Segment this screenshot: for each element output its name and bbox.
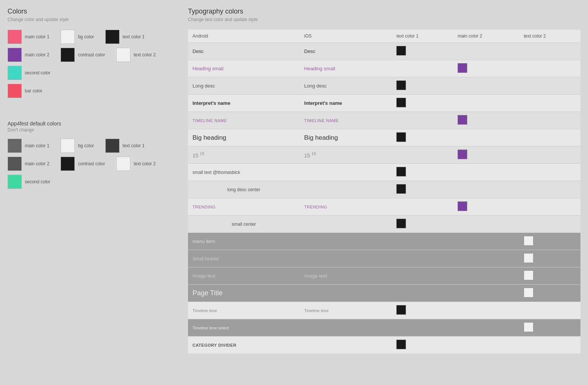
tc1-cell	[392, 60, 453, 77]
default-subtitle: Don't change	[8, 127, 180, 133]
page-layout: Colors Change color and update style mai…	[0, 0, 588, 385]
color-box[interactable]	[396, 340, 406, 349]
color-box[interactable]	[396, 98, 406, 107]
typography-table: Android iOS text color 1 main color 2 te…	[188, 30, 580, 353]
mc2-cell	[453, 285, 519, 302]
android-cell: Timeline time select	[188, 319, 300, 337]
table-row: long desc center	[188, 181, 580, 198]
color-box[interactable]	[458, 63, 467, 73]
color-box[interactable]	[396, 167, 406, 177]
contrast-color-swatch[interactable]	[61, 48, 75, 62]
color-box[interactable]	[396, 46, 406, 56]
tc1-cell	[392, 285, 453, 302]
android-cell: Small header	[188, 250, 300, 267]
table-row: Big heading Big heading	[188, 129, 580, 146]
tc2-cell	[519, 60, 580, 77]
table-row: menu item	[188, 233, 580, 250]
tc1-cell	[392, 164, 453, 181]
tc2-cell	[519, 198, 580, 216]
color-box[interactable]	[396, 80, 406, 90]
table-row: Interpret's name Interpret's name	[188, 95, 580, 112]
mc2-cell	[453, 302, 519, 319]
color-row-2: main color 2 contrast color text color 2	[8, 48, 180, 62]
table-row: Image text Image text	[188, 267, 580, 285]
android-cell: small center	[188, 216, 300, 233]
text-color-2-swatch[interactable]	[116, 48, 130, 62]
color-box[interactable]	[396, 305, 406, 315]
default-text-color-1-swatch[interactable]	[105, 139, 120, 153]
tc1-cell	[392, 233, 453, 250]
mc2-cell	[453, 77, 519, 95]
bar-color-swatch[interactable]	[8, 84, 22, 98]
main-color-2-swatch[interactable]	[8, 48, 22, 62]
default-color-row-3: second color	[8, 175, 180, 189]
mc2-cell	[453, 95, 519, 112]
default-main-color-1-label: main color 1	[25, 143, 49, 148]
tc2-cell	[519, 216, 580, 233]
android-cell: Long desc	[188, 77, 300, 95]
default-text-color-2-swatch[interactable]	[116, 157, 130, 171]
mc2-cell	[453, 60, 519, 77]
default-bg-color-swatch[interactable]	[61, 139, 75, 153]
default-main-color-1-swatch[interactable]	[8, 139, 22, 153]
color-box[interactable]	[458, 201, 467, 211]
colors-subtitle: Change color and update style	[8, 17, 180, 22]
default-contrast-color-label: contrast color	[78, 161, 105, 166]
bg-color-swatch[interactable]	[61, 30, 75, 44]
tc2-cell	[519, 233, 580, 250]
colors-section: main color 1 bg color text color 1 main …	[8, 30, 180, 98]
th-main-color-2: main color 2	[453, 30, 519, 43]
android-cell: 15 15	[188, 146, 300, 164]
tc1-cell	[392, 43, 453, 60]
color-box[interactable]	[524, 253, 533, 263]
tc2-cell	[519, 129, 580, 146]
color-box[interactable]	[524, 288, 533, 297]
default-bg-color-label: bg color	[78, 143, 94, 148]
table-row: Page Title	[188, 285, 580, 302]
color-box[interactable]	[458, 115, 467, 125]
second-color-swatch[interactable]	[8, 66, 22, 80]
table-row: small text @thomasblck	[188, 164, 580, 181]
default-main-color-2-swatch[interactable]	[8, 157, 22, 171]
android-cell: Interpret's name	[188, 95, 300, 112]
th-android: Android	[188, 30, 300, 43]
android-cell: TRENDING	[188, 198, 300, 216]
bg-color-label: bg color	[78, 34, 94, 39]
color-box[interactable]	[396, 184, 406, 194]
table-row: TRENDING TRENDING	[188, 198, 580, 216]
color-box[interactable]	[524, 270, 533, 280]
main-color-2-item: main color 2	[8, 48, 49, 62]
default-second-color-item: second color	[8, 175, 50, 189]
ios-cell	[300, 164, 392, 181]
tc1-cell	[392, 319, 453, 337]
android-cell: Image text	[188, 267, 300, 285]
default-second-color-swatch[interactable]	[8, 175, 22, 189]
tc2-cell	[519, 112, 580, 129]
default-second-color-label: second color	[25, 179, 50, 184]
th-ios: iOS	[300, 30, 392, 43]
ios-cell: Interpret's name	[300, 95, 392, 112]
bg-color-item: bg color	[61, 30, 94, 44]
default-contrast-color-swatch[interactable]	[61, 157, 75, 171]
table-row: Small header	[188, 250, 580, 267]
text-color-1-swatch[interactable]	[105, 30, 120, 44]
text-color-1-item: text color 1	[105, 30, 145, 44]
color-row-4: bar color	[8, 84, 180, 98]
color-box[interactable]	[524, 322, 533, 332]
table-row: Timeline time Timeline time	[188, 302, 580, 319]
default-title: App4fest default colors	[8, 121, 180, 127]
ios-cell	[300, 250, 392, 267]
contrast-color-item: contrast color	[61, 48, 105, 62]
tc2-cell	[519, 164, 580, 181]
right-panel: Typography colors Change text color and …	[188, 8, 580, 377]
tc2-cell	[519, 285, 580, 302]
color-row-3: second color	[8, 66, 180, 80]
color-box[interactable]	[458, 149, 467, 159]
color-box[interactable]	[524, 236, 533, 246]
main-color-2-label: main color 2	[25, 52, 49, 57]
main-color-1-swatch[interactable]	[8, 30, 22, 44]
color-box[interactable]	[396, 219, 406, 228]
table-row: TIMELINE NAME TIMELINE NAME	[188, 112, 580, 129]
tc2-cell	[519, 302, 580, 319]
color-box[interactable]	[396, 132, 406, 142]
